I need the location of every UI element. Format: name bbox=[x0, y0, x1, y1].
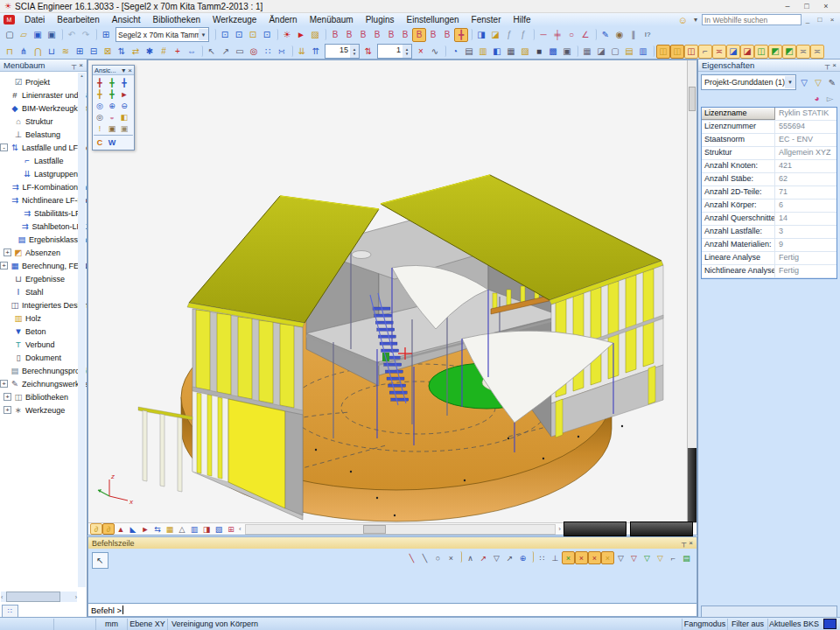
tree-item[interactable]: ▯ Dokument bbox=[0, 351, 87, 364]
snap-icon[interactable]: ▤ bbox=[680, 551, 693, 564]
snap-icon[interactable]: ╲ bbox=[418, 551, 431, 564]
property-row[interactable]: Anzahl Querschnitte: 14 bbox=[702, 213, 836, 226]
toolbar-icon[interactable]: ∠ bbox=[578, 28, 592, 42]
toolbar-icon[interactable]: ▨ bbox=[308, 28, 322, 42]
snap-icon[interactable]: ▽ bbox=[614, 551, 627, 564]
tree-item[interactable]: + ▦ Berechnung, FE-Netz bbox=[0, 259, 87, 272]
viewport-vertical-scrollbar[interactable] bbox=[687, 60, 696, 522]
tree-item[interactable]: ⇉ Nichtlineare LF-Kombin bbox=[0, 193, 87, 206]
toolbar-icon[interactable]: ◫ bbox=[684, 45, 698, 59]
property-row[interactable]: Nichtlineare Analyse Fertig bbox=[702, 265, 836, 278]
toolbar-icon[interactable] bbox=[530, 29, 535, 40]
toolbar-icon[interactable]: ▣ bbox=[560, 45, 574, 59]
tree-item[interactable]: ⊥ Belastung bbox=[0, 128, 87, 141]
toolbar-icon[interactable]: ▭ bbox=[233, 45, 247, 59]
view-tool-icon[interactable]: ▥ bbox=[188, 523, 200, 535]
toolbar-icon[interactable]: B bbox=[370, 28, 384, 42]
toolbar-icon[interactable]: ∿ bbox=[428, 45, 442, 59]
view-tool-icon[interactable]: ∂ bbox=[90, 523, 102, 535]
snap-icon[interactable]: ╲ bbox=[405, 551, 418, 564]
toolbar-icon[interactable] bbox=[592, 29, 597, 40]
tree-item[interactable]: Ⅰ Stahl bbox=[0, 285, 87, 298]
snap-icon[interactable]: × bbox=[444, 551, 458, 564]
snap-icon[interactable]: ○ bbox=[431, 551, 444, 564]
toolbar-icon[interactable]: B bbox=[328, 28, 342, 42]
toolbar-icon[interactable]: ↖ bbox=[205, 45, 219, 59]
snap-icon[interactable]: ⌐ bbox=[667, 551, 680, 564]
tree-item[interactable]: ◫ Integriertes Design Forms bbox=[0, 298, 87, 312]
toolbar-icon[interactable]: + bbox=[171, 45, 185, 59]
toolbar-icon[interactable]: ◪ bbox=[740, 45, 754, 59]
snap-icon[interactable]: ▽ bbox=[490, 551, 503, 564]
tree-item[interactable]: ▤ Berechnungsprotokoll bbox=[0, 364, 87, 377]
property-row[interactable]: Lizenzname Ryklin STATIK bbox=[702, 108, 836, 121]
property-row[interactable]: Anzahl 2D-Teile: 71 bbox=[702, 186, 836, 200]
toolbar-icon[interactable]: B bbox=[398, 28, 412, 42]
palette-icon[interactable]: C bbox=[94, 136, 106, 148]
expand-toggle-icon[interactable]: + bbox=[4, 393, 11, 401]
sidebar-vertical-scrollbar[interactable]: ▴ bbox=[78, 73, 86, 587]
toolbar-icon[interactable] bbox=[289, 46, 293, 57]
toolbar-icon[interactable]: ▨ bbox=[518, 45, 532, 59]
view-tool-icon[interactable]: ⊞ bbox=[225, 523, 237, 535]
toolbar-icon[interactable]: ∺ bbox=[275, 45, 289, 59]
toolbar-icon[interactable]: B bbox=[426, 28, 440, 42]
view-tool-icon[interactable]: ◣ bbox=[127, 523, 139, 535]
close-button[interactable]: × bbox=[816, 2, 836, 10]
toolbar-icon[interactable]: B bbox=[356, 28, 370, 42]
toolbar-icon[interactable] bbox=[650, 46, 654, 57]
snap-icon[interactable]: ▽ bbox=[654, 551, 667, 564]
pin-icon[interactable]: ┬ bbox=[825, 61, 830, 69]
tree-item[interactable]: ▼ Beton bbox=[0, 325, 87, 338]
palette-icon[interactable]: ! bbox=[94, 122, 106, 134]
toolbar-icon[interactable] bbox=[468, 29, 472, 40]
toolbar-icon[interactable]: B bbox=[384, 28, 398, 42]
corner-tool-button[interactable]: ∷ bbox=[2, 605, 18, 618]
toolbar-icon[interactable]: ∥ bbox=[626, 28, 640, 42]
tree-item[interactable]: T Verbund bbox=[0, 338, 87, 351]
property-row[interactable]: Lizenznummer 555694 bbox=[702, 121, 836, 134]
snap-icon[interactable]: ∧ bbox=[464, 551, 477, 564]
palette-icon[interactable]: ◎ bbox=[94, 100, 106, 111]
toolbar-icon[interactable] bbox=[274, 29, 278, 40]
scrollbar-thumb[interactable] bbox=[689, 87, 696, 111]
command-input[interactable]: Befehl > bbox=[88, 603, 696, 616]
toolbar-icon[interactable]: ╋ bbox=[454, 28, 468, 42]
toolbar-icon[interactable]: ╪ bbox=[550, 28, 564, 42]
expand-toggle-icon[interactable]: + bbox=[0, 380, 8, 388]
property-row[interactable]: Anzahl Knoten: 421 bbox=[702, 160, 836, 173]
toolbar-icon[interactable]: ⊡ bbox=[260, 28, 274, 42]
toolbar-icon[interactable]: ∷ bbox=[261, 45, 275, 59]
preview-box-2[interactable] bbox=[630, 522, 693, 536]
tree-item[interactable]: ⌂ Struktur bbox=[0, 115, 87, 128]
properties-combo[interactable]: Projekt-Grunddaten (1) ▼ bbox=[701, 74, 796, 90]
snap-icon[interactable]: ↗ bbox=[477, 551, 490, 564]
toolbar-icon[interactable]: ⌐ bbox=[698, 45, 712, 59]
property-row[interactable]: Staatsnorm EC - ENV bbox=[702, 134, 836, 147]
filter-icon[interactable]: ▽ bbox=[798, 76, 810, 89]
palette-icon[interactable]: ► bbox=[118, 88, 130, 100]
toolbar-icon[interactable]: ◩ bbox=[768, 45, 782, 59]
toolbar-icon[interactable]: ▥ bbox=[636, 45, 650, 59]
mdi-restore-button[interactable]: □ bbox=[814, 16, 826, 24]
menu-item[interactable]: Fenster bbox=[466, 15, 508, 24]
close-icon[interactable]: × bbox=[79, 61, 83, 69]
palette-icon[interactable]: ▣ bbox=[106, 122, 118, 134]
tree-item[interactable]: ⌐ Lastfälle bbox=[0, 154, 87, 167]
toolbar-icon[interactable]: ✱ bbox=[143, 45, 157, 59]
property-row[interactable]: Anzahl Stäbe: 62 bbox=[702, 173, 836, 186]
view-tool-icon[interactable]: ► bbox=[139, 523, 151, 535]
menu-item[interactable]: Plugins bbox=[360, 15, 401, 24]
tree-item[interactable]: ⇉ Stahlbeton-LFK bbox=[0, 220, 87, 233]
toolbar-icon[interactable]: ▤ bbox=[462, 45, 476, 59]
filter-icon[interactable]: ✎ bbox=[826, 76, 838, 89]
tree-item[interactable]: ⇊ Lastgruppen bbox=[0, 167, 87, 180]
bks-icon[interactable] bbox=[823, 619, 836, 629]
snap-icon[interactable]: ▽ bbox=[640, 551, 654, 564]
tree-item[interactable]: ☑ Projekt bbox=[0, 75, 87, 88]
palette-icon[interactable]: ╋ bbox=[106, 88, 118, 100]
toolbar-icon[interactable] bbox=[199, 46, 203, 57]
viewport-horizontal-scrollbar[interactable] bbox=[245, 524, 556, 535]
toolbar-icon[interactable] bbox=[212, 29, 216, 40]
toolbar-icon[interactable]: ≍ bbox=[712, 45, 726, 59]
